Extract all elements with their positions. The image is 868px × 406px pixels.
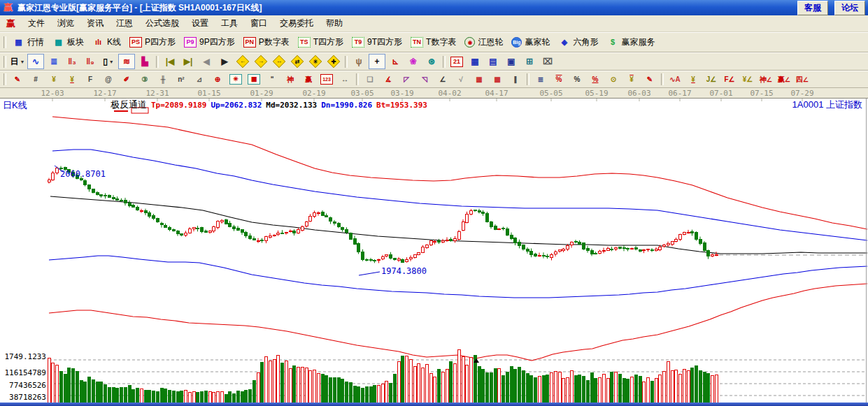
n-square-icon[interactable]: n² [173,72,190,87]
trend-angle-icon[interactable]: ∠ [434,72,451,87]
candle-style-selector-icon[interactable]: ▯▼ [100,54,117,69]
calendar-21-icon[interactable]: 21 [448,54,465,69]
v-check-icon[interactable]: √ [453,72,469,87]
save-icon[interactable]: ▣ [503,54,520,69]
nav-prev-icon[interactable]: ◀ [198,54,215,69]
percent-icon[interactable]: % [569,72,585,87]
nav-next-icon[interactable]: ▶ [216,54,233,69]
gann-circle-icon[interactable]: ③ [136,72,153,87]
brush2-icon[interactable]: ✐ [118,72,135,87]
customer-service-button[interactable]: 客服 [797,1,828,15]
menu-item-browse[interactable]: 浏览 [51,15,80,31]
diamond-lr-icon[interactable]: ↔ [271,54,287,69]
grid-box-icon[interactable]: ▦ [246,72,262,87]
gold-angle-icon[interactable]: ¥∠ [739,72,756,87]
quote-icon[interactable]: ʺ [264,72,280,87]
chart-panel[interactable]: 2060.87011974.3800 日K线 极反通道 Tp=2089.9189… [0,99,868,403]
gann-fan-icon[interactable]: ∡ [380,72,397,87]
menu-item-info[interactable]: 资讯 [80,15,110,31]
t-square-button[interactable]: TST四方形 [294,36,348,49]
target-icon[interactable]: ⊕ [209,72,226,87]
win-angle-icon[interactable]: 赢∠ [776,72,792,87]
diamond-plus-icon[interactable]: ✚ [325,54,342,69]
trend-line-icon[interactable]: ∿ [27,54,44,69]
brush-red-icon[interactable]: ✎ [641,72,658,87]
diamond-left-icon[interactable]: ← [234,54,251,69]
winner-service-button[interactable]: $赢家服务 [602,36,659,49]
sectors-button[interactable]: ▩板块 [48,36,88,49]
t-number-button[interactable]: TNT数字表 [406,36,460,49]
menu-item-trade[interactable]: 交易委托 [273,15,320,31]
gold-circle-icon[interactable]: ⊙ [605,72,622,87]
fibonacci-icon[interactable]: F [82,72,99,87]
numbers-box-icon[interactable]: 123 [318,72,335,87]
four-angle-icon[interactable]: 四∠ [794,72,811,87]
percent-top-icon[interactable]: % [550,72,567,87]
forum-button[interactable]: 论坛 [834,1,865,15]
brush-icon[interactable]: ✎ [9,72,26,87]
j-angle-icon[interactable]: J∠ [703,72,720,87]
nav-first-icon[interactable]: |◀ [162,54,178,69]
golden-section2-icon[interactable]: ¥ [64,72,80,87]
fan-box1-icon[interactable]: ◸ [398,72,415,87]
p-number-button[interactable]: PNP数字表 [239,36,294,49]
levels-icon[interactable]: ≣ [532,72,549,87]
diamond-swap-icon[interactable]: ⇄ [289,54,306,69]
grid-red2-icon[interactable]: ▩ [489,72,506,87]
winner-wheel-button[interactable]: Big赢家轮 [507,36,554,49]
indicator-name[interactable]: 极反通道 [111,99,147,111]
menu-item-gann[interactable]: 江恩 [110,15,139,31]
gann-wheel-button[interactable]: ◉江恩轮 [460,36,507,49]
notes-icon[interactable]: ▤ [485,54,501,69]
parallel-lines-icon[interactable]: ∥ [507,72,524,87]
f-angle-icon[interactable]: F∠ [721,72,738,87]
win-tool-icon[interactable]: 赢 [300,72,317,87]
kline-chart[interactable]: 2060.87011974.3800 [0,99,868,403]
9t-square-button[interactable]: T99T四方形 [348,36,406,49]
9p-square-button[interactable]: P99P四方形 [180,36,239,49]
star-box-icon[interactable]: ✳ [227,72,244,87]
box-handles-icon[interactable]: ❏ [362,72,378,87]
wave-aa-icon[interactable]: ∿A [667,72,683,87]
spiral-icon[interactable]: @ [100,72,117,87]
menu-item-tools[interactable]: 工具 [215,15,244,31]
net-share-icon[interactable]: ⊞ [521,54,538,69]
gold-lines-icon[interactable]: ¥ [623,72,640,87]
market-quotes-button[interactable]: ▦行情 [8,36,48,49]
diamond-star-icon[interactable]: ✳ [307,54,324,69]
shen-angle-icon[interactable]: 神∠ [757,72,774,87]
period-day-selector-icon[interactable]: 日▼ [9,54,26,69]
hexagon-button[interactable]: ◈六角形 [554,36,602,49]
angle-measure-icon[interactable]: ⊾ [387,54,404,69]
network-icon[interactable]: ⊛ [423,54,440,69]
gann-flower-tool-icon[interactable]: ❀ [405,54,422,69]
calculator-icon[interactable]: ▦ [467,54,483,69]
info-panel-icon[interactable]: ≣ [45,54,62,69]
menu-item-window[interactable]: 窗口 [244,15,273,31]
kline-button[interactable]: ılıK线 [88,36,125,49]
pattern-tool-icon[interactable]: ≋ [118,54,135,69]
menu-item-settings[interactable]: 设置 [185,15,215,31]
ruler-lines-icon[interactable]: ╫ [155,72,171,87]
bars-9-icon[interactable]: ǁ₉ [82,54,99,69]
menu-item-file[interactable]: 文件 [22,15,51,31]
p-square-button[interactable]: PSP四方形 [125,36,180,49]
gann-lines-icon[interactable]: # [27,72,44,87]
hand-tool-icon[interactable]: ψ [350,54,367,69]
gold-underline-icon[interactable]: ¥ [685,72,702,87]
golden-section-icon[interactable]: ¥ [45,72,62,87]
nav-last-icon[interactable]: ▶| [180,54,197,69]
width-measure-icon[interactable]: ↔ [336,72,353,87]
shen-tool-icon[interactable]: 神 [282,72,299,87]
menu-item-help[interactable]: 帮助 [320,15,349,31]
menu-item-formula-select[interactable]: 公式选股 [139,15,185,31]
crosshair-tool-icon[interactable]: + [369,54,385,69]
fan-box2-icon[interactable]: ◹ [416,72,433,87]
histogram-icon[interactable]: ▙ [136,54,153,69]
workstation-icon[interactable]: ⌧ [539,54,556,69]
grid-red-icon[interactable]: ▦ [471,72,488,87]
diamond-right-icon[interactable]: → [252,54,269,69]
bars-3-icon[interactable]: ǁ₃ [64,54,80,69]
percent-line-icon[interactable]: % [587,72,604,87]
angle-mirror-icon[interactable]: ⊿ [191,72,208,87]
